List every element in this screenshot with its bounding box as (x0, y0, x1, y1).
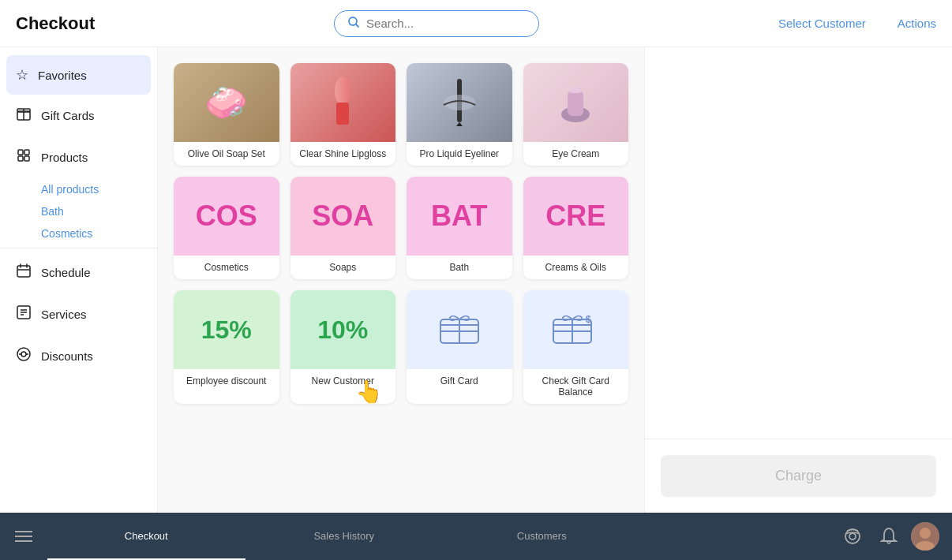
product-image-lipgloss (290, 63, 396, 142)
new-customer-discount-pct: 10% (317, 315, 368, 345)
search-area (95, 10, 778, 37)
sidebar-item-label: Gift Cards (41, 109, 95, 122)
product-name-eyeliner: Pro Liquid Eyeliner (407, 142, 512, 166)
category-icon-bat: BAT (407, 177, 512, 256)
discount-card-check-gift[interactable]: $ Check Gift Card Balance (523, 290, 629, 404)
category-icon-cos: COS (174, 177, 279, 256)
category-name-bat: Bath (407, 256, 512, 279)
sidebar-sub-cosmetics[interactable]: Cosmetics (0, 222, 157, 245)
product-card-eye-cream[interactable]: Eye Cream (523, 63, 629, 166)
category-card-soa[interactable]: SOA Soaps (290, 177, 396, 279)
schedule-icon (16, 263, 32, 282)
product-image-eye-cream (523, 63, 629, 142)
order-area (645, 47, 952, 439)
app-title: Checkout (16, 13, 95, 34)
discounts-icon (16, 346, 32, 366)
category-name-cos: Cosmetics (174, 256, 279, 279)
top-bar-right: Select Customer Actions (778, 17, 936, 30)
product-image-olive-soap: 🧼 (174, 63, 279, 142)
svg-point-43 (920, 528, 931, 539)
user-avatar[interactable] (911, 522, 939, 551)
sidebar-item-products[interactable]: Products (0, 136, 157, 178)
content-area: 🧼 Olive Oil Soap Set (158, 47, 644, 513)
discount-card-gift-card[interactable]: Gift Card (407, 290, 512, 404)
sidebar-item-label: Favorites (38, 69, 87, 82)
discount-icon-gift-card (407, 290, 512, 369)
category-card-cre[interactable]: CRE Creams & Oils (523, 177, 629, 279)
product-image-eyeliner (407, 63, 512, 142)
svg-rect-8 (24, 156, 29, 161)
charge-area: Charge (645, 439, 952, 513)
nav-sales-history-label: Sales History (313, 530, 374, 542)
select-customer-button[interactable]: Select Customer (778, 17, 866, 30)
sidebar: ☆ Favorites Gift Cards (0, 47, 158, 513)
svg-rect-28 (568, 91, 583, 116)
svg-rect-29 (570, 87, 581, 93)
sidebar-item-favorites[interactable]: ☆ Favorites (6, 55, 151, 95)
actions-button[interactable]: Actions (898, 17, 936, 30)
product-card-olive-soap[interactable]: 🧼 Olive Oil Soap Set (174, 63, 279, 166)
search-icon (347, 16, 360, 32)
services-icon (16, 304, 32, 324)
svg-rect-7 (18, 156, 23, 161)
svg-point-40 (845, 529, 860, 543)
category-card-bat[interactable]: BAT Bath (407, 177, 512, 279)
svg-point-22 (335, 77, 350, 105)
product-name-lipgloss: Clear Shine Lipgloss (290, 142, 396, 166)
nav-customers-label: Customers (517, 530, 567, 542)
svg-marker-25 (456, 122, 463, 126)
sidebar-item-gift-cards[interactable]: Gift Cards (0, 95, 157, 136)
bottom-nav: Checkout Sales History Customers (0, 513, 952, 560)
nav-checkout-label: Checkout (125, 530, 168, 542)
gift-card-label: Gift Card (407, 369, 512, 393)
svg-point-41 (849, 533, 856, 539)
discount-icon-new-customer: 10% (290, 290, 396, 369)
svg-rect-5 (18, 150, 23, 155)
nav-customers[interactable]: Customers (443, 513, 641, 560)
top-bar: Checkout Select Customer Actions (0, 0, 952, 47)
sidebar-sub-all-products[interactable]: All products (0, 178, 157, 200)
svg-rect-6 (24, 150, 29, 155)
sidebar-sub-bath[interactable]: Bath (0, 200, 157, 222)
sidebar-item-label: Services (41, 308, 87, 321)
nav-sales-history[interactable]: Sales History (245, 513, 444, 560)
products-icon (16, 147, 32, 167)
search-box[interactable] (334, 10, 539, 37)
gift-cards-icon (16, 106, 32, 125)
right-panel: Charge (644, 47, 952, 513)
sidebar-item-label: Schedule (41, 266, 91, 279)
product-card-lipgloss[interactable]: Clear Shine Lipgloss (290, 63, 396, 166)
check-gift-label: Check Gift Card Balance (523, 369, 629, 404)
svg-text:$: $ (586, 314, 591, 325)
new-customer-discount-label: New Customer (290, 369, 396, 393)
category-name-soa: Soaps (290, 256, 396, 279)
employee-discount-label: Employee discount (174, 369, 279, 393)
svg-point-18 (21, 352, 26, 357)
bell-icon[interactable] (875, 522, 903, 551)
discount-icon-employee: 15% (174, 290, 279, 369)
nav-checkout[interactable]: Checkout (47, 513, 245, 560)
category-icon-soa: SOA (290, 177, 396, 256)
svg-line-1 (356, 24, 359, 27)
svg-rect-9 (17, 266, 30, 277)
discount-card-new-customer[interactable]: 10% New Customer (290, 290, 396, 404)
product-name-eye-cream: Eye Cream (523, 142, 629, 166)
search-input[interactable] (366, 17, 526, 30)
discount-icon-check-gift: $ (523, 290, 629, 369)
product-grid: 🧼 Olive Oil Soap Set (174, 63, 628, 404)
employee-discount-pct: 15% (201, 315, 252, 345)
sidebar-item-schedule[interactable]: Schedule (0, 252, 157, 293)
discount-card-employee[interactable]: 15% Employee discount (174, 290, 279, 404)
sidebar-item-label: Discounts (41, 349, 93, 363)
favorites-icon: ☆ (16, 66, 28, 84)
category-card-cos[interactable]: COS Cosmetics (174, 177, 279, 279)
sidebar-item-label: Products (41, 151, 88, 164)
charge-button[interactable]: Charge (661, 455, 936, 497)
radio-icon[interactable] (838, 522, 867, 551)
product-name-olive-soap: Olive Oil Soap Set (174, 142, 279, 166)
category-name-cre: Creams & Oils (523, 256, 629, 279)
product-card-eyeliner[interactable]: Pro Liquid Eyeliner (407, 63, 512, 166)
sidebar-item-discounts[interactable]: Discounts (0, 335, 157, 377)
sidebar-item-services[interactable]: Services (0, 293, 157, 335)
hamburger-menu[interactable] (0, 530, 47, 543)
